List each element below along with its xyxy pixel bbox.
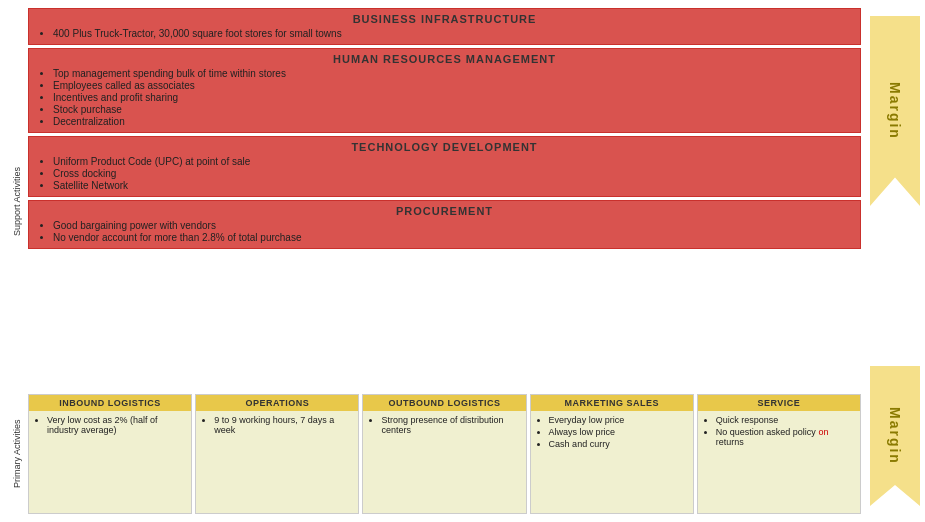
inbound-logistics-block: INBOUND LOGISTICS Very low cost as 2% (h…	[28, 394, 192, 514]
margin-label-top: Margin	[887, 82, 903, 140]
marketing-sales-title: MARKETING SALES	[531, 395, 693, 411]
list-item: Top management spending bulk of time wit…	[53, 68, 852, 79]
service-title: SERVICE	[698, 395, 860, 411]
center-content: BUSINESS INFRASTRUCTURE 400 Plus Truck-T…	[28, 8, 865, 514]
margin-arrow-top: Margin	[870, 16, 920, 206]
list-item: Stock purchase	[53, 104, 852, 115]
list-item: Uniform Product Code (UPC) at point of s…	[53, 156, 852, 167]
human-resources-content: Top management spending bulk of time wit…	[37, 68, 852, 127]
margin-label-bottom: Margin	[887, 407, 903, 465]
list-item: Everyday low price	[549, 415, 687, 425]
inbound-logistics-title: INBOUND LOGISTICS	[29, 395, 191, 411]
procurement-title: PROCUREMENT	[37, 205, 852, 217]
technology-development-block: TECHNOLOGY DEVELOPMENT Uniform Product C…	[28, 136, 861, 197]
primary-section: INBOUND LOGISTICS Very low cost as 2% (h…	[28, 394, 861, 514]
list-item: Quick response	[716, 415, 854, 425]
list-item: 9 to 9 working hours, 7 days a week	[214, 415, 352, 435]
list-item: No vendor account for more than 2.8% of …	[53, 232, 852, 243]
technology-development-content: Uniform Product Code (UPC) at point of s…	[37, 156, 852, 191]
list-item: Cash and curry	[549, 439, 687, 449]
outbound-logistics-content: Strong presence of distribution centers	[363, 411, 525, 513]
margin-arrow-bottom: Margin	[870, 366, 920, 506]
outbound-logistics-title: OUTBOUND LOGISTICS	[363, 395, 525, 411]
list-item: No question asked policy on returns	[716, 427, 854, 447]
business-infrastructure-title: BUSINESS INFRASTRUCTURE	[37, 13, 852, 25]
service-block: SERVICE Quick response No question asked…	[697, 394, 861, 514]
outbound-logistics-block: OUTBOUND LOGISTICS Strong presence of di…	[362, 394, 526, 514]
list-item: Always low price	[549, 427, 687, 437]
list-item: Employees called as associates	[53, 80, 852, 91]
list-item: Cross docking	[53, 168, 852, 179]
procurement-block: PROCUREMENT Good bargaining power with v…	[28, 200, 861, 249]
technology-development-title: TECHNOLOGY DEVELOPMENT	[37, 141, 852, 153]
operations-content: 9 to 9 working hours, 7 days a week	[196, 411, 358, 513]
main-container: Support Activities Primary Activities BU…	[0, 0, 925, 522]
list-item: Incentives and profit sharing	[53, 92, 852, 103]
inbound-logistics-content: Very low cost as 2% (half of industry av…	[29, 411, 191, 513]
list-item: Satellite Network	[53, 180, 852, 191]
support-activities-label: Support Activities	[8, 8, 26, 394]
list-item: Very low cost as 2% (half of industry av…	[47, 415, 185, 435]
marketing-sales-block: MARKETING SALES Everyday low price Alway…	[530, 394, 694, 514]
operations-title: OPERATIONS	[196, 395, 358, 411]
business-infrastructure-block: BUSINESS INFRASTRUCTURE 400 Plus Truck-T…	[28, 8, 861, 45]
list-item: Good bargaining power with vendors	[53, 220, 852, 231]
support-section: BUSINESS INFRASTRUCTURE 400 Plus Truck-T…	[28, 8, 861, 391]
list-item: 400 Plus Truck-Tractor, 30,000 square fo…	[53, 28, 852, 39]
marketing-sales-content: Everyday low price Always low price Cash…	[531, 411, 693, 513]
service-content: Quick response No question asked policy …	[698, 411, 860, 513]
operations-block: OPERATIONS 9 to 9 working hours, 7 days …	[195, 394, 359, 514]
procurement-content: Good bargaining power with vendors No ve…	[37, 220, 852, 243]
human-resources-block: HUMAN RESOURCES MANAGEMENT Top managemen…	[28, 48, 861, 133]
primary-activities-label: Primary Activities	[8, 394, 26, 514]
list-item: Decentralization	[53, 116, 852, 127]
list-item: Strong presence of distribution centers	[381, 415, 519, 435]
margin-arrows: Margin Margin	[865, 8, 925, 514]
side-labels: Support Activities Primary Activities	[8, 8, 26, 514]
human-resources-title: HUMAN RESOURCES MANAGEMENT	[37, 53, 852, 65]
business-infrastructure-content: 400 Plus Truck-Tractor, 30,000 square fo…	[37, 28, 852, 39]
